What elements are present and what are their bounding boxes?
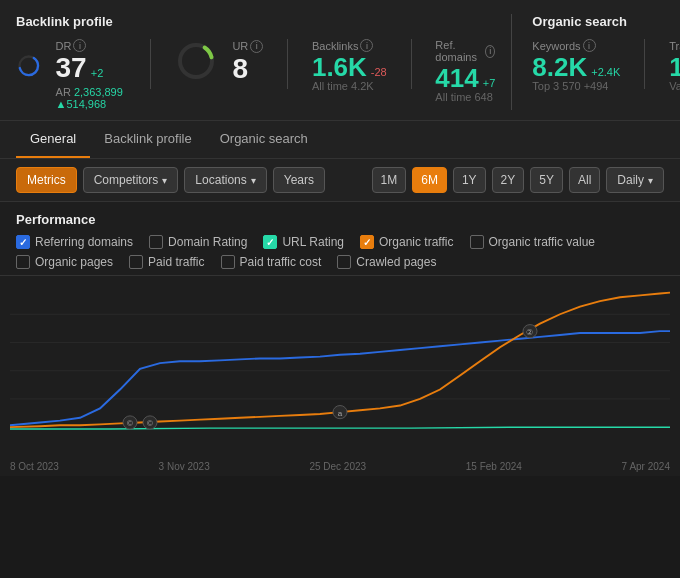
keywords-sub: Top 3 570 +494	[532, 80, 620, 92]
period-6m[interactable]: 6M	[412, 167, 447, 193]
checkbox-referring-domains[interactable]: ✓ Referring domains	[16, 235, 133, 249]
x-label-3: 25 Dec 2023	[309, 461, 366, 472]
ref-domains-sub: All time 648	[435, 91, 495, 103]
period-2y[interactable]: 2Y	[492, 167, 525, 193]
metrics-button[interactable]: Metrics	[16, 167, 77, 193]
backlinks-info-icon[interactable]: i	[360, 39, 373, 52]
ref-domains-block: Ref. domains i 414 +7 All time 648	[435, 39, 495, 103]
keywords-info-icon[interactable]: i	[583, 39, 596, 52]
checkbox-domain-rating[interactable]: Domain Rating	[149, 235, 247, 249]
performance-section: Performance ✓ Referring domains Domain R…	[0, 202, 680, 276]
svg-text:©: ©	[147, 419, 153, 428]
x-axis-labels: 8 Oct 2023 3 Nov 2023 25 Dec 2023 15 Feb…	[10, 461, 670, 472]
ref-domains-value: 414	[435, 65, 478, 91]
dr-value: 37	[56, 54, 87, 82]
traffic-label: Traffic i	[669, 39, 680, 52]
period-1m[interactable]: 1M	[372, 167, 407, 193]
x-label-4: 15 Feb 2024	[466, 461, 522, 472]
period-all[interactable]: All	[569, 167, 600, 193]
dr-label: DR i	[56, 39, 126, 52]
period-5y[interactable]: 5Y	[530, 167, 563, 193]
backlinks-sub: All time 4.2K	[312, 80, 387, 92]
performance-title: Performance	[16, 212, 664, 227]
controls-bar: Metrics Competitors ▾ Locations ▾ Years …	[0, 159, 680, 202]
checkbox-organic-pages-box	[16, 255, 30, 269]
dr-info-icon[interactable]: i	[73, 39, 86, 52]
x-label-1: 8 Oct 2023	[10, 461, 59, 472]
filter-buttons: Metrics Competitors ▾ Locations ▾ Years	[16, 167, 325, 193]
ur-value: 8	[232, 53, 248, 84]
dr-circle	[16, 53, 42, 97]
locations-button[interactable]: Locations ▾	[184, 167, 266, 193]
ar-value: 2,363,899	[74, 86, 123, 98]
backlinks-value: 1.6K	[312, 54, 367, 80]
keywords-value: 8.2K	[532, 54, 587, 80]
divider-4	[644, 39, 645, 89]
ar-row: AR 2,363,899 ▲514,968	[56, 86, 126, 110]
x-label-2: 3 Nov 2023	[159, 461, 210, 472]
traffic-value: 11.6K	[669, 54, 680, 80]
top-panel: Backlink profile DR i 37	[0, 0, 680, 121]
ref-domains-label: Ref. domains i	[435, 39, 495, 63]
ref-domains-info-icon[interactable]: i	[485, 45, 495, 58]
checkbox-paid-traffic[interactable]: Paid traffic	[129, 255, 204, 269]
organic-title: Organic search	[532, 14, 680, 29]
keywords-delta: +2.4K	[591, 66, 620, 78]
tab-general[interactable]: General	[16, 121, 90, 158]
years-button[interactable]: Years	[273, 167, 325, 193]
competitors-chevron-icon: ▾	[162, 175, 167, 186]
ref-domains-delta: +7	[483, 77, 496, 89]
traffic-block: Traffic i 11.6K +6.1K Value $12 +4	[669, 39, 680, 92]
svg-text:©: ©	[127, 419, 133, 428]
tab-backlink-profile[interactable]: Backlink profile	[90, 121, 205, 158]
ar-delta: ▲514,968	[56, 98, 107, 110]
checkbox-paid-traffic-cost-box	[221, 255, 235, 269]
checkbox-organic-traffic-value[interactable]: Organic traffic value	[470, 235, 596, 249]
backlink-section: Backlink profile DR i 37	[16, 14, 512, 110]
checkbox-organic-traffic-value-box	[470, 235, 484, 249]
organic-metrics: Keywords i 8.2K +2.4K Top 3 570 +494 Tra…	[532, 39, 680, 92]
keywords-block: Keywords i 8.2K +2.4K Top 3 570 +494	[532, 39, 620, 92]
checkbox-paid-traffic-box	[129, 255, 143, 269]
checkbox-paid-traffic-cost[interactable]: Paid traffic cost	[221, 255, 322, 269]
divider-3	[411, 39, 412, 89]
interval-chevron-icon: ▾	[648, 175, 653, 186]
backlink-metrics: DR i 37 +2 AR 2,363,899 ▲514,968	[16, 39, 495, 110]
checkbox-organic-traffic-box: ✓	[360, 235, 374, 249]
chart-svg: © © a ②	[10, 286, 670, 446]
x-label-5: 7 Apr 2024	[622, 461, 670, 472]
tab-organic-search[interactable]: Organic search	[206, 121, 322, 158]
ur-info-icon[interactable]: i	[250, 40, 263, 53]
ur-label: UR i	[232, 40, 263, 53]
checkbox-organic-pages[interactable]: Organic pages	[16, 255, 113, 269]
checkbox-crawled-pages-box	[337, 255, 351, 269]
checkbox-crawled-pages[interactable]: Crawled pages	[337, 255, 436, 269]
checkbox-referring-domains-box: ✓	[16, 235, 30, 249]
svg-text:②: ②	[526, 328, 533, 337]
divider-1	[150, 39, 151, 89]
checkbox-organic-traffic[interactable]: ✓ Organic traffic	[360, 235, 453, 249]
period-1y[interactable]: 1Y	[453, 167, 486, 193]
tabs-bar: General Backlink profile Organic search	[0, 121, 680, 159]
keywords-label: Keywords i	[532, 39, 620, 52]
svg-text:a: a	[338, 409, 343, 418]
checkbox-domain-rating-box	[149, 235, 163, 249]
checkboxes-row-2: Organic pages Paid traffic Paid traffic …	[16, 255, 664, 269]
traffic-sub: Value $12 +4	[669, 80, 680, 92]
dr-block: DR i 37 +2 AR 2,363,899 ▲514,968	[16, 39, 126, 110]
ur-circle	[174, 39, 218, 83]
ur-block: UR i 8	[174, 39, 263, 83]
interval-button[interactable]: Daily ▾	[606, 167, 664, 193]
backlinks-label: Backlinks i	[312, 39, 387, 52]
checkbox-url-rating-box: ✓	[263, 235, 277, 249]
backlink-title: Backlink profile	[16, 14, 495, 29]
organic-section: Organic search Keywords i 8.2K +2.4K Top…	[512, 14, 680, 110]
dr-delta: +2	[91, 67, 104, 79]
divider-2	[287, 39, 288, 89]
competitors-button[interactable]: Competitors ▾	[83, 167, 179, 193]
backlinks-block: Backlinks i 1.6K -28 All time 4.2K	[312, 39, 387, 92]
locations-chevron-icon: ▾	[251, 175, 256, 186]
checkboxes-row-1: ✓ Referring domains Domain Rating ✓ URL …	[16, 235, 664, 249]
period-buttons: 1M 6M 1Y 2Y 5Y All Daily ▾	[372, 167, 664, 193]
checkbox-url-rating[interactable]: ✓ URL Rating	[263, 235, 344, 249]
